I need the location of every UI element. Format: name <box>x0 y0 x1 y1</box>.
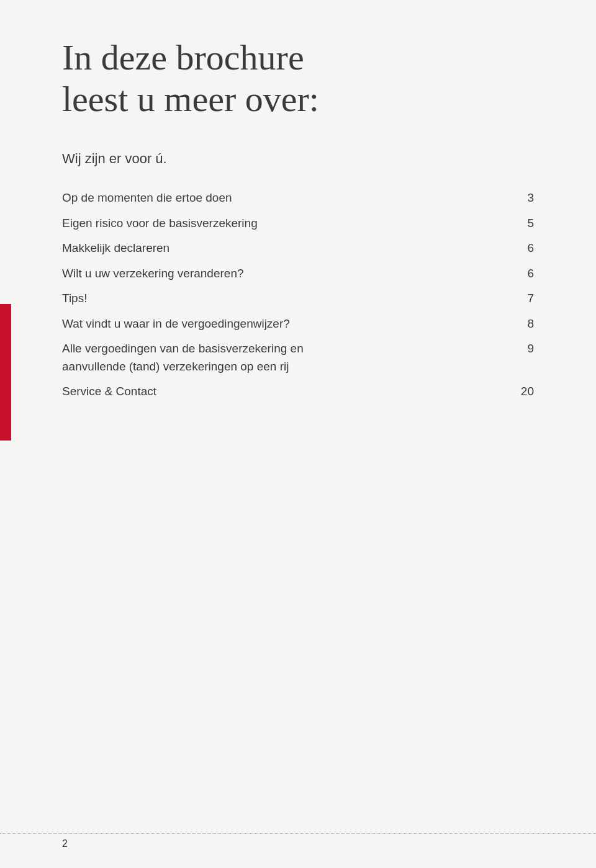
toc-item-8: Service & Contact 20 <box>62 379 534 405</box>
toc-table: Op de momenten die ertoe doen 3 Eigen ri… <box>62 186 534 405</box>
toc-item-4: Wilt u uw verzekering veranderen? 6 <box>62 261 534 287</box>
toc-text-7: Alle vergoedingen van de basisverzekerin… <box>62 336 463 379</box>
toc-number-1: 3 <box>463 186 534 211</box>
toc-text-3: Makkelijk declareren <box>62 236 463 261</box>
title-line1: In deze brochure <box>62 37 304 78</box>
page-number: 2 <box>62 838 68 849</box>
content-area: In deze brochure leest u meer over: Wij … <box>62 37 534 405</box>
toc-text-6: Wat vindt u waar in de vergoedingenwijze… <box>62 311 463 337</box>
toc-number-4: 6 <box>463 261 534 287</box>
subtitle: Wij zijn er voor ú. <box>62 151 534 167</box>
toc-item-6: Wat vindt u waar in de vergoedingenwijze… <box>62 311 534 337</box>
toc-item-2: Eigen risico voor de basisverzekering 5 <box>62 211 534 236</box>
bottom-divider <box>0 833 596 834</box>
toc-number-2: 5 <box>463 211 534 236</box>
toc-item-1: Op de momenten die ertoe doen 3 <box>62 186 534 211</box>
toc-number-7: 9 <box>463 336 534 379</box>
toc-item-3: Makkelijk declareren 6 <box>62 236 534 261</box>
toc-item-5: Tips! 7 <box>62 286 534 311</box>
main-title: In deze brochure leest u meer over: <box>62 37 534 120</box>
toc-number-6: 8 <box>463 311 534 337</box>
title-line2: leest u meer over: <box>62 79 319 119</box>
toc-item-7: Alle vergoedingen van de basisverzekerin… <box>62 336 534 379</box>
page: In deze brochure leest u meer over: Wij … <box>0 0 596 868</box>
toc-number-8: 20 <box>463 379 534 405</box>
toc-text-2: Eigen risico voor de basisverzekering <box>62 211 463 236</box>
toc-number-5: 7 <box>463 286 534 311</box>
red-accent-bar <box>0 304 11 441</box>
toc-number-3: 6 <box>463 236 534 261</box>
toc-text-8: Service & Contact <box>62 379 463 405</box>
toc-text-4: Wilt u uw verzekering veranderen? <box>62 261 463 287</box>
toc-text-5: Tips! <box>62 286 463 311</box>
toc-text-1: Op de momenten die ertoe doen <box>62 186 463 211</box>
